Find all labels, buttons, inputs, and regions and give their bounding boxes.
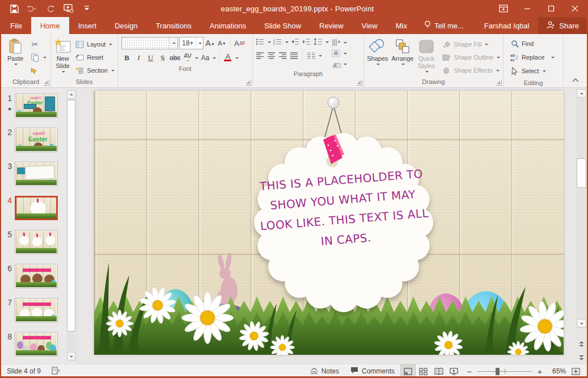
next-slide-button[interactable] [577,353,586,362]
ribbon-display-options-icon[interactable] [492,0,515,17]
character-spacing-caret[interactable] [195,57,198,61]
justify-button[interactable] [289,51,299,61]
close-button[interactable] [563,0,587,17]
font-name-caret[interactable] [169,37,177,49]
new-slide-button[interactable]: New Slide [52,36,73,78]
convert-smartart-caret[interactable] [344,64,347,67]
maximize-button[interactable] [539,0,563,17]
drawing-dialog-launcher[interactable] [496,80,502,86]
normal-view-button[interactable] [400,364,416,378]
shapes-button[interactable]: Shapes [365,36,390,78]
align-text-button[interactable] [331,48,341,58]
section-button[interactable]: Section [73,65,116,76]
previous-slide-button[interactable] [577,339,586,348]
fit-slide-to-window-button[interactable] [568,364,583,378]
cut-button[interactable]: ✂ [28,39,48,50]
strikethrough-button[interactable]: abc [169,52,181,64]
thumbnail-slide-5[interactable]: 5 [1,230,67,254]
redo-icon[interactable] [45,3,56,14]
shrink-font-button[interactable]: A▼ [217,37,227,49]
font-name-combobox[interactable] [121,37,178,49]
reading-view-button[interactable] [431,364,446,378]
quick-styles-button[interactable]: Quick Styles [415,36,438,78]
copy-button[interactable] [28,52,48,63]
select-button[interactable]: Select [508,65,559,77]
columns-caret[interactable] [319,55,322,58]
slide-sorter-view-button[interactable] [416,364,431,378]
canvas-scrollbar[interactable] [577,89,586,363]
zoom-percentage[interactable]: 65% [548,367,568,375]
text-direction-button[interactable]: A [331,37,341,47]
align-right-button[interactable] [278,51,287,61]
tab-design[interactable]: Design [105,17,146,34]
thumbnail-slide-8[interactable]: 8 [1,332,67,356]
tab-slideshow[interactable]: Slide Show [255,17,310,34]
change-case-button[interactable]: Aa [200,52,210,64]
text-shadow-button[interactable]: S [157,52,168,64]
clipboard-dialog-launcher[interactable] [44,80,49,86]
align-center-button[interactable] [266,51,276,61]
convert-smartart-button[interactable] [331,59,341,69]
zoom-slider-handle[interactable] [496,368,500,375]
bold-button[interactable]: B [121,52,132,64]
thumbnail-slide-6[interactable]: 6 [1,264,67,288]
bullets-button[interactable] [255,37,265,47]
zoom-slider[interactable] [477,364,532,378]
font-dialog-launcher[interactable] [246,80,251,86]
zoom-out-button[interactable]: − [466,367,473,376]
notes-button[interactable]: Notes [304,364,345,378]
font-color-caret[interactable] [235,57,239,61]
canvas-scroll-down-button[interactable] [577,319,586,327]
slide-editing-surface[interactable]: THIS IS A PLACEHOLDER TO SHOW YOU WHAT I… [94,91,564,355]
font-size-caret[interactable] [196,37,203,49]
shape-fill-button[interactable]: Shape Fill [440,39,502,50]
start-from-beginning-icon[interactable] [64,3,74,14]
customize-qat-icon[interactable] [82,3,92,14]
tab-review[interactable]: Review [310,17,353,34]
line-spacing-caret[interactable] [325,41,329,45]
thumbnail-slide-1[interactable]: 1★ Happy Easter [1,94,67,118]
thumbnail-scroll-down-button[interactable] [67,352,75,360]
tab-insert[interactable]: Insert [69,17,106,34]
thumbnail-slide-4-selected[interactable]: 4 [1,196,67,220]
thumbnail-slide-7[interactable]: 7 [1,298,67,322]
font-size-combobox[interactable]: 18+ [179,37,204,49]
placeholder-text[interactable]: THIS IS A PLACEHOLDER TO SHOW YOU WHAT I… [240,162,447,257]
paragraph-dialog-launcher[interactable] [357,80,362,86]
slideshow-view-button[interactable] [446,364,462,378]
thumbnail-scrollbar[interactable] [67,90,75,360]
paste-button[interactable]: Paste [2,36,28,78]
tab-transitions[interactable]: Transitions [147,17,201,34]
shape-effects-button[interactable]: Shape Effects [440,65,502,76]
underline-button[interactable]: U [145,52,156,64]
align-left-button[interactable] [255,51,265,61]
share-button[interactable]: Share [538,17,587,34]
align-text-caret[interactable] [344,53,347,56]
thumbnail-scrollbar-thumb[interactable] [67,100,75,331]
minimize-button[interactable] [515,0,539,17]
slide-indicator[interactable]: Slide 4 of 9 [7,367,41,375]
font-color-button[interactable]: A [222,52,233,64]
collapse-ribbon-button[interactable] [572,76,579,84]
canvas-scroll-up-button[interactable] [577,89,586,98]
tab-file[interactable]: File [1,17,31,34]
thumbnail-slide-2[interactable]: 2 Happy Easter [1,128,67,152]
line-spacing-button[interactable] [313,37,323,47]
tab-view[interactable]: View [353,17,387,34]
reset-button[interactable]: Reset [73,52,116,63]
decrease-indent-button[interactable] [290,37,300,47]
tab-mix[interactable]: Mix [387,17,416,34]
format-painter-button[interactable] [28,65,48,76]
bullets-caret[interactable] [268,41,271,45]
thumbnail-scroll-up-button[interactable] [67,90,75,99]
undo-icon[interactable] [27,3,37,14]
comments-button[interactable]: Comments [345,364,400,378]
clear-formatting-button[interactable]: A [234,37,245,49]
shape-outline-button[interactable]: Shape Outline [440,52,502,63]
replace-button[interactable]: abac Replace [508,52,559,63]
increase-indent-button[interactable] [302,37,311,47]
save-icon[interactable] [9,3,19,14]
thumbnail-slide-3[interactable]: 3 [1,162,67,186]
tell-me-box[interactable]: Tell me... [416,17,472,34]
grow-font-button[interactable]: A▲ [205,37,215,49]
